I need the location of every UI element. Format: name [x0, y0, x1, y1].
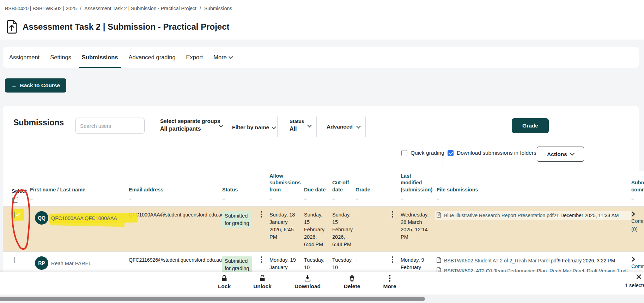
tab-more[interactable]: More	[213, 47, 232, 68]
email-cell: QFC1000AAA@student.queensford.edu.au	[129, 207, 222, 251]
table-row: QQ QFC1000AAA QFC1000AAA QFC1000AAA@stud…	[3, 207, 644, 251]
row-checkbox-unchecked[interactable]	[14, 257, 15, 263]
chevron-down-icon	[229, 54, 233, 59]
secondary-navigation: Assignment Settings Submissions Advanced…	[3, 47, 639, 68]
status-badge: Submitted for grading	[222, 211, 252, 228]
divider	[443, 146, 443, 164]
submission-comments-cell: Comments (0)	[631, 207, 644, 251]
separate-groups-dropdown[interactable]: Select separate groups All participants	[160, 118, 220, 132]
breadcrumb-activity[interactable]: Assessment Task 2 | Submission - Practic…	[84, 6, 196, 11]
column-header-allow-from[interactable]: Allow submissions from–	[269, 171, 304, 206]
comments-link[interactable]: Comments	[631, 263, 644, 270]
allow-from-cell: Sunday, 18 January 2026, 6:45 PM	[269, 207, 304, 251]
column-header-cutoff-date[interactable]: Cut-off date–	[332, 171, 356, 206]
checkbox-unchecked[interactable]	[401, 150, 407, 156]
comments-count: (0)	[631, 226, 644, 233]
chevron-down-icon	[307, 123, 312, 127]
download-icon	[304, 274, 311, 282]
avatar[interactable]: RP	[35, 256, 48, 270]
column-header-submission-comments[interactable]: Submission comments–	[631, 171, 644, 206]
tab-submissions[interactable]: Submissions	[82, 47, 118, 68]
student-name-link[interactable]: QFC1000AAA QFC1000AAA	[51, 215, 117, 222]
submissions-heading: Submissions	[13, 118, 64, 127]
download-folders-checkbox[interactable]: Download submissions in folders	[448, 150, 536, 156]
tab-assignment[interactable]: Assignment	[9, 47, 40, 68]
assignment-icon	[6, 20, 18, 34]
column-header-name[interactable]: First name / Last name–	[30, 171, 129, 206]
breadcrumb-separator: /	[80, 6, 81, 11]
column-header-spacer	[384, 171, 401, 206]
lock-action-button[interactable]: Lock	[210, 274, 238, 290]
breadcrumb: BSB50420 | BSBTWK502 | 2025/Assessment T…	[5, 6, 232, 11]
page-title: Assessment Task 2 | Submission - Practic…	[23, 22, 230, 32]
divider	[277, 117, 278, 137]
column-header-due-date[interactable]: Due date–	[304, 171, 332, 206]
selected-count: 1 selected	[625, 283, 644, 288]
more-action-button[interactable]: More	[376, 274, 404, 290]
grade-cell: -	[356, 207, 384, 251]
breadcrumb-current: Submissions	[204, 6, 232, 11]
select-all-checkbox[interactable]	[12, 197, 18, 203]
horizontal-scrollbar-thumb[interactable]	[0, 297, 425, 301]
divider	[68, 117, 68, 137]
file-link[interactable]: BSBTWK502 Student AT 2 of 2_Reah Mar Par…	[444, 258, 558, 263]
tab-export[interactable]: Export	[186, 47, 203, 68]
chevron-down-icon	[356, 124, 361, 129]
row-select-cell	[12, 207, 30, 251]
page-header: BSB50420 | BSBTWK502 | 2025/Assessment T…	[0, 0, 644, 40]
unlock-action-button[interactable]: Unlock	[248, 274, 277, 290]
tab-advanced-grading[interactable]: Advanced grading	[129, 47, 176, 68]
chevron-down-icon	[570, 151, 575, 156]
quick-grading-checkbox[interactable]: Quick grading	[401, 150, 444, 156]
comments-link[interactable]: Comments	[631, 218, 644, 225]
filter-by-name-dropdown[interactable]: Filter by name	[232, 124, 275, 131]
pdf-file-icon	[437, 257, 441, 263]
actions-dropdown-button[interactable]: Actions	[537, 147, 584, 162]
divider	[316, 117, 317, 137]
avatar[interactable]: QQ	[35, 211, 48, 225]
left-arrow-icon: ←	[11, 82, 17, 89]
file-entry: BSBTWK502 Student AT 2 of 2_Reah Mar Par…	[435, 256, 631, 265]
breadcrumb-separator: /	[200, 6, 201, 11]
close-icon[interactable]	[636, 274, 642, 279]
pdf-file-icon	[437, 212, 441, 218]
advanced-filter-dropdown[interactable]: Advanced	[327, 124, 360, 130]
file-date: 21 December 2025, 11:33 AM	[554, 213, 619, 218]
breadcrumb-course[interactable]: BSB50420 | BSBTWK502 | 2025	[5, 6, 77, 11]
divider	[224, 117, 224, 137]
status-badge: Submitted for grading	[222, 256, 252, 273]
bulk-actions-bar: Lock Unlock Download Delete More 1 selec…	[0, 272, 644, 295]
status-filter-dropdown[interactable]: Status All	[290, 119, 304, 132]
file-link[interactable]: Blue Illustrative Research Report Presen…	[444, 213, 554, 218]
unlock-icon	[259, 274, 266, 282]
last-modified-cell: Wednesday, 26 March 2025, 12:14 PM	[401, 207, 437, 251]
tab-settings[interactable]: Settings	[50, 47, 71, 68]
chevron-down-icon	[272, 125, 276, 129]
grade-button[interactable]: Grade	[512, 118, 549, 133]
divider	[365, 117, 366, 137]
grade-menu-kebab-icon[interactable]	[384, 207, 401, 251]
more-icon	[389, 274, 391, 282]
back-to-course-button[interactable]: ← Back to Course	[5, 78, 66, 93]
column-header-last-modified[interactable]: Last modified (submission)–	[401, 171, 437, 206]
column-header-email[interactable]: Email address–	[129, 171, 222, 206]
table-header-row: Select First name / Last name– Email add…	[3, 171, 644, 207]
file-entry: Blue Illustrative Research Report Presen…	[435, 211, 631, 220]
column-header-file-submissions[interactable]: File submissions–	[437, 171, 631, 206]
student-name-link[interactable]: Reah Mar PAREL	[51, 260, 91, 267]
divider	[3, 142, 560, 142]
delete-action-button[interactable]: Delete	[338, 274, 366, 290]
column-header-grade[interactable]: Grade–	[356, 171, 384, 206]
status-cell: Submitted for grading	[222, 207, 253, 251]
row-menu-kebab-icon[interactable]	[253, 207, 269, 251]
column-header-status[interactable]: Status–	[222, 171, 253, 206]
expand-chevron-icon[interactable]	[631, 256, 644, 262]
download-action-button[interactable]: Download	[289, 274, 326, 290]
due-date-cell: Sunday, 15 February 2026, 6:44 PM	[304, 207, 332, 251]
checkbox-checked[interactable]	[448, 150, 454, 156]
search-users-input[interactable]	[75, 118, 145, 134]
column-header-spacer	[253, 171, 269, 206]
row-checkbox-checked[interactable]	[14, 212, 15, 218]
column-header-select: Select	[12, 171, 30, 206]
expand-chevron-icon[interactable]	[631, 211, 644, 217]
